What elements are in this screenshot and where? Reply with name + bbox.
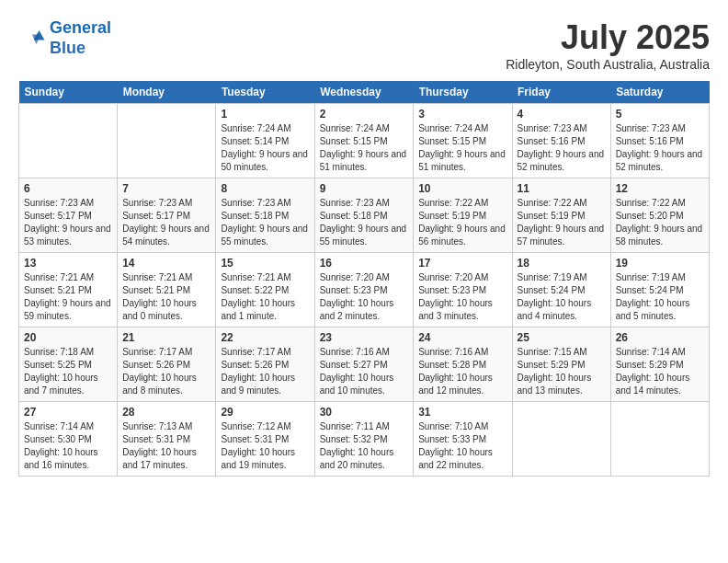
day-detail: Sunrise: 7:15 AM Sunset: 5:29 PM Dayligh…	[518, 346, 606, 397]
day-number: 5	[616, 108, 704, 121]
day-number: 8	[221, 182, 309, 195]
calendar-cell: 2Sunrise: 7:24 AM Sunset: 5:15 PM Daylig…	[314, 104, 414, 178]
day-detail: Sunrise: 7:21 AM Sunset: 5:22 PM Dayligh…	[221, 271, 309, 323]
day-detail: Sunrise: 7:23 AM Sunset: 5:18 PM Dayligh…	[221, 197, 309, 248]
calendar-cell: 15Sunrise: 7:21 AM Sunset: 5:22 PM Dayli…	[216, 253, 314, 327]
day-detail: Sunrise: 7:24 AM Sunset: 5:15 PM Dayligh…	[320, 122, 409, 174]
day-detail: Sunrise: 7:21 AM Sunset: 5:21 PM Dayligh…	[122, 271, 210, 323]
day-number: 27	[24, 406, 112, 419]
day-of-week-header: Monday	[118, 81, 216, 104]
day-of-week-header: Wednesday	[314, 81, 414, 104]
calendar-cell: 27Sunrise: 7:14 AM Sunset: 5:30 PM Dayli…	[19, 402, 118, 477]
week-row: 1Sunrise: 7:24 AM Sunset: 5:14 PM Daylig…	[19, 104, 710, 178]
day-detail: Sunrise: 7:18 AM Sunset: 5:25 PM Dayligh…	[24, 346, 112, 397]
day-detail: Sunrise: 7:24 AM Sunset: 5:15 PM Dayligh…	[418, 122, 506, 174]
calendar-cell: 26Sunrise: 7:14 AM Sunset: 5:29 PM Dayli…	[610, 327, 709, 402]
day-number: 2	[320, 108, 409, 121]
calendar-cell: 13Sunrise: 7:21 AM Sunset: 5:21 PM Dayli…	[19, 253, 118, 327]
day-number: 7	[122, 182, 210, 195]
day-number: 19	[616, 257, 704, 270]
day-detail: Sunrise: 7:23 AM Sunset: 5:18 PM Dayligh…	[320, 197, 409, 248]
day-number: 12	[616, 182, 704, 195]
day-detail: Sunrise: 7:22 AM Sunset: 5:20 PM Dayligh…	[616, 197, 704, 248]
calendar-cell: 23Sunrise: 7:16 AM Sunset: 5:27 PM Dayli…	[314, 327, 414, 402]
calendar-cell: 5Sunrise: 7:23 AM Sunset: 5:16 PM Daylig…	[610, 104, 709, 178]
day-detail: Sunrise: 7:16 AM Sunset: 5:28 PM Dayligh…	[418, 346, 506, 397]
logo-text: General Blue	[50, 18, 111, 58]
day-detail: Sunrise: 7:20 AM Sunset: 5:23 PM Dayligh…	[418, 271, 506, 323]
day-detail: Sunrise: 7:11 AM Sunset: 5:32 PM Dayligh…	[320, 420, 409, 472]
logo-line2: Blue	[50, 39, 85, 57]
day-detail: Sunrise: 7:10 AM Sunset: 5:33 PM Dayligh…	[418, 420, 506, 472]
day-detail: Sunrise: 7:22 AM Sunset: 5:19 PM Dayligh…	[518, 197, 606, 248]
day-of-week-header: Sunday	[19, 81, 118, 104]
day-detail: Sunrise: 7:23 AM Sunset: 5:17 PM Dayligh…	[122, 197, 210, 248]
day-number: 22	[221, 331, 309, 344]
calendar-cell: 28Sunrise: 7:13 AM Sunset: 5:31 PM Dayli…	[118, 402, 216, 477]
day-detail: Sunrise: 7:23 AM Sunset: 5:16 PM Dayligh…	[518, 122, 606, 174]
calendar-cell: 17Sunrise: 7:20 AM Sunset: 5:23 PM Dayli…	[414, 253, 512, 327]
month-title: July 2025	[506, 18, 710, 57]
day-detail: Sunrise: 7:16 AM Sunset: 5:27 PM Dayligh…	[320, 346, 409, 397]
day-detail: Sunrise: 7:12 AM Sunset: 5:31 PM Dayligh…	[221, 420, 309, 472]
calendar-cell: 12Sunrise: 7:22 AM Sunset: 5:20 PM Dayli…	[610, 178, 709, 253]
day-number: 13	[24, 257, 112, 270]
logo-icon	[18, 25, 46, 52]
calendar-cell: 31Sunrise: 7:10 AM Sunset: 5:33 PM Dayli…	[414, 402, 512, 477]
day-of-week-header: Friday	[512, 81, 610, 104]
calendar-cell: 22Sunrise: 7:17 AM Sunset: 5:26 PM Dayli…	[216, 327, 314, 402]
title-block: July 2025 Ridleyton, South Australia, Au…	[506, 18, 710, 72]
day-detail: Sunrise: 7:17 AM Sunset: 5:26 PM Dayligh…	[122, 346, 210, 397]
day-number: 20	[24, 331, 112, 344]
day-of-week-header: Tuesday	[216, 81, 314, 104]
day-detail: Sunrise: 7:22 AM Sunset: 5:19 PM Dayligh…	[418, 197, 506, 248]
calendar-cell	[512, 402, 610, 477]
week-row: 6Sunrise: 7:23 AM Sunset: 5:17 PM Daylig…	[19, 178, 710, 253]
day-number: 15	[221, 257, 309, 270]
calendar-cell: 11Sunrise: 7:22 AM Sunset: 5:19 PM Dayli…	[512, 178, 610, 253]
day-number: 28	[122, 406, 210, 419]
calendar-cell: 9Sunrise: 7:23 AM Sunset: 5:18 PM Daylig…	[314, 178, 414, 253]
day-detail: Sunrise: 7:19 AM Sunset: 5:24 PM Dayligh…	[518, 271, 606, 323]
calendar-cell: 14Sunrise: 7:21 AM Sunset: 5:21 PM Dayli…	[118, 253, 216, 327]
calendar-cell: 18Sunrise: 7:19 AM Sunset: 5:24 PM Dayli…	[512, 253, 610, 327]
day-detail: Sunrise: 7:20 AM Sunset: 5:23 PM Dayligh…	[320, 271, 409, 323]
location: Ridleyton, South Australia, Australia	[506, 57, 710, 72]
day-number: 25	[518, 331, 606, 344]
day-number: 11	[518, 182, 606, 195]
logo: General Blue	[18, 18, 111, 58]
calendar-cell: 24Sunrise: 7:16 AM Sunset: 5:28 PM Dayli…	[414, 327, 512, 402]
day-detail: Sunrise: 7:14 AM Sunset: 5:29 PM Dayligh…	[616, 346, 704, 397]
calendar-cell: 30Sunrise: 7:11 AM Sunset: 5:32 PM Dayli…	[314, 402, 414, 477]
day-number: 31	[418, 406, 506, 419]
calendar-cell: 6Sunrise: 7:23 AM Sunset: 5:17 PM Daylig…	[19, 178, 118, 253]
week-row: 13Sunrise: 7:21 AM Sunset: 5:21 PM Dayli…	[19, 253, 710, 327]
day-number: 1	[221, 108, 309, 121]
day-number: 21	[122, 331, 210, 344]
days-header-row: SundayMondayTuesdayWednesdayThursdayFrid…	[19, 81, 710, 104]
week-row: 27Sunrise: 7:14 AM Sunset: 5:30 PM Dayli…	[19, 402, 710, 477]
calendar-cell: 25Sunrise: 7:15 AM Sunset: 5:29 PM Dayli…	[512, 327, 610, 402]
day-number: 6	[24, 182, 112, 195]
day-of-week-header: Saturday	[610, 81, 709, 104]
day-number: 14	[122, 257, 210, 270]
day-number: 29	[221, 406, 309, 419]
day-detail: Sunrise: 7:19 AM Sunset: 5:24 PM Dayligh…	[616, 271, 704, 323]
day-number: 16	[320, 257, 409, 270]
calendar-cell: 1Sunrise: 7:24 AM Sunset: 5:14 PM Daylig…	[216, 104, 314, 178]
day-detail: Sunrise: 7:17 AM Sunset: 5:26 PM Dayligh…	[221, 346, 309, 397]
day-number: 23	[320, 331, 409, 344]
day-number: 9	[320, 182, 409, 195]
week-row: 20Sunrise: 7:18 AM Sunset: 5:25 PM Dayli…	[19, 327, 710, 402]
calendar-cell	[19, 104, 118, 178]
page-header: General Blue July 2025 Ridleyton, South …	[18, 18, 710, 72]
day-number: 3	[418, 108, 506, 121]
calendar-cell: 16Sunrise: 7:20 AM Sunset: 5:23 PM Dayli…	[314, 253, 414, 327]
day-number: 18	[518, 257, 606, 270]
day-number: 17	[418, 257, 506, 270]
calendar-cell: 8Sunrise: 7:23 AM Sunset: 5:18 PM Daylig…	[216, 178, 314, 253]
day-number: 30	[320, 406, 409, 419]
day-detail: Sunrise: 7:14 AM Sunset: 5:30 PM Dayligh…	[24, 420, 112, 472]
day-detail: Sunrise: 7:21 AM Sunset: 5:21 PM Dayligh…	[24, 271, 112, 323]
day-number: 24	[418, 331, 506, 344]
